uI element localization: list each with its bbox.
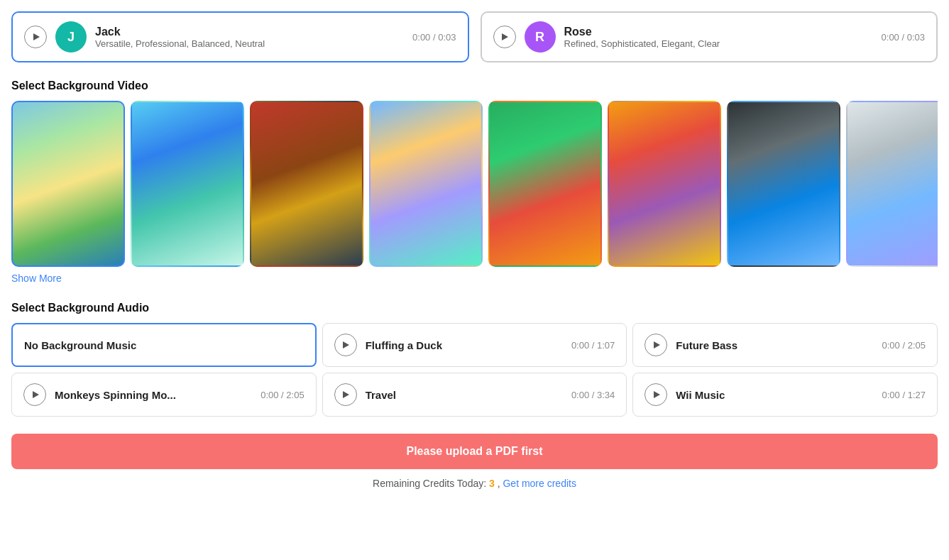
play-icon-rose <box>502 33 508 40</box>
avatar-jack: J <box>55 21 87 53</box>
audio-card-monkeys[interactable]: Monkeys Spinning Mo...0:00 / 2:05 <box>11 373 317 417</box>
video-thumb-2[interactable] <box>131 101 244 267</box>
video-thumb-4[interactable] <box>369 101 483 267</box>
avatar-rose: R <box>525 21 556 53</box>
audio-time-fluffing: 0:00 / 1:07 <box>571 340 615 351</box>
audio-time-future-bass: 0:00 / 2:05 <box>882 340 926 351</box>
audio-card-travel[interactable]: Travel0:00 / 3:34 <box>322 373 627 417</box>
voice-card-rose[interactable]: RRoseRefined, Sophisticated, Elegant, Cl… <box>481 11 938 62</box>
play-button-jack[interactable] <box>24 26 47 48</box>
play-button-rose[interactable] <box>493 26 516 48</box>
voice-name-jack: Jack <box>95 26 404 38</box>
voice-row: JJackVersatile, Professional, Balanced, … <box>11 11 938 62</box>
voice-time-rose: 0:00 / 0:03 <box>882 32 925 43</box>
audio-time-wii-music: 0:00 / 1:27 <box>882 390 926 400</box>
voice-info-rose: RoseRefined, Sophisticated, Elegant, Cle… <box>564 26 873 49</box>
audio-name-fluffing: Fluffing a Duck <box>366 339 563 351</box>
audio-card-fluffing[interactable]: Fluffing a Duck0:00 / 1:07 <box>322 323 627 367</box>
audio-name-travel: Travel <box>366 389 563 401</box>
audio-play-button-wii-music[interactable] <box>644 383 667 406</box>
audio-card-future-bass[interactable]: Future Bass0:00 / 2:05 <box>632 323 938 367</box>
play-icon-jack <box>33 33 40 40</box>
audio-name-no-music: No Background Music <box>24 339 304 351</box>
bg-video-title: Select Background Video <box>11 79 938 92</box>
audio-play-button-travel[interactable] <box>334 383 357 406</box>
audio-grid: No Background MusicFluffing a Duck0:00 /… <box>11 323 938 417</box>
audio-play-button-fluffing[interactable] <box>334 334 357 356</box>
audio-play-button-monkeys[interactable] <box>23 383 46 406</box>
upload-button[interactable]: Please upload a PDF first <box>11 434 938 469</box>
video-thumb-7[interactable] <box>727 101 840 267</box>
video-thumb-5[interactable] <box>488 101 602 267</box>
audio-name-future-bass: Future Bass <box>676 339 873 351</box>
voice-name-rose: Rose <box>564 26 873 38</box>
audio-name-monkeys: Monkeys Spinning Mo... <box>55 389 252 401</box>
show-more-link[interactable]: Show More <box>11 273 62 284</box>
voice-time-jack: 0:00 / 0:03 <box>412 32 456 43</box>
audio-time-travel: 0:00 / 3:34 <box>571 390 615 400</box>
credits-label: Remaining Credits Today: <box>373 478 486 489</box>
credits-row: Remaining Credits Today: 3 , Get more cr… <box>11 478 938 489</box>
bg-video-section: Select Background Video Show More <box>11 79 938 285</box>
audio-play-icon-future-bass <box>654 341 660 348</box>
video-thumb-8[interactable] <box>846 101 938 267</box>
video-thumb-6[interactable] <box>608 101 721 267</box>
audio-play-icon-travel <box>343 391 349 398</box>
bg-audio-title: Select Background Audio <box>11 302 938 314</box>
audio-play-icon-fluffing <box>343 341 349 348</box>
audio-card-no-music[interactable]: No Background Music <box>11 323 317 367</box>
video-thumb-3[interactable] <box>250 101 363 267</box>
audio-play-icon-wii-music <box>654 391 660 398</box>
video-thumb-1[interactable] <box>11 101 125 267</box>
get-more-credits-link[interactable]: Get more credits <box>503 478 576 489</box>
audio-play-button-future-bass[interactable] <box>644 334 667 356</box>
audio-play-icon-monkeys <box>33 391 39 398</box>
voice-desc-jack: Versatile, Professional, Balanced, Neutr… <box>95 38 404 49</box>
audio-card-wii-music[interactable]: Wii Music0:00 / 1:27 <box>632 373 938 417</box>
voice-card-jack[interactable]: JJackVersatile, Professional, Balanced, … <box>11 11 469 62</box>
video-grid <box>11 101 938 267</box>
credits-count: 3 <box>489 478 495 489</box>
voice-desc-rose: Refined, Sophisticated, Elegant, Clear <box>564 38 873 49</box>
audio-name-wii-music: Wii Music <box>676 389 873 401</box>
bg-audio-section: Select Background Audio No Background Mu… <box>11 302 938 417</box>
voice-info-jack: JackVersatile, Professional, Balanced, N… <box>95 26 404 49</box>
audio-time-monkeys: 0:00 / 2:05 <box>260 390 304 400</box>
